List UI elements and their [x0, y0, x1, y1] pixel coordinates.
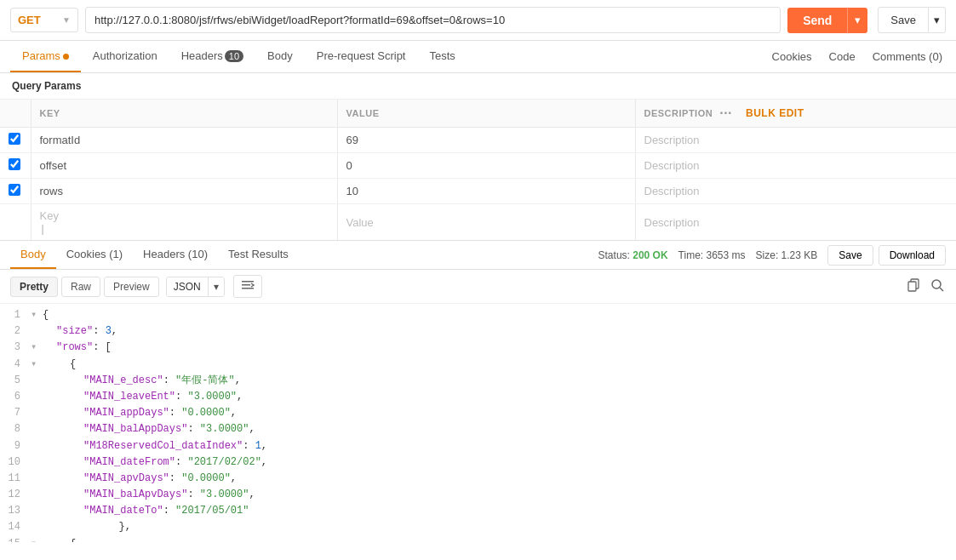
response-tab-test-results[interactable]: Test Results: [218, 241, 299, 269]
fold-arrow[interactable]: ▾: [31, 536, 43, 542]
json-line: 5 "MAIN_e_desc": "年假-简体",: [0, 373, 956, 389]
fold-arrow: [31, 323, 43, 340]
fold-arrow[interactable]: ▾: [31, 307, 43, 323]
code-link[interactable]: Code: [826, 42, 859, 71]
json-line: 11 "MAIN_apvDays": "0.0000",: [0, 471, 956, 487]
json-line: 2 "size": 3,: [0, 323, 956, 340]
param-key-0[interactable]: [40, 134, 329, 146]
copy-icon[interactable]: [905, 277, 922, 297]
json-line: 13 "MAIN_dateTo": "2017/05/01": [0, 503, 956, 519]
top-bar: GET ▼ Send ▾ Save ▾: [0, 0, 956, 41]
cookies-link[interactable]: Cookies: [769, 42, 816, 71]
response-download-button[interactable]: Download: [879, 245, 946, 266]
param-desc-1[interactable]: [644, 159, 948, 172]
param-value-2[interactable]: [346, 185, 627, 197]
param-checkbox-1[interactable]: [9, 158, 20, 170]
params-table: KEY VALUE DESCRIPTION ··· Bulk Edit |: [0, 100, 956, 240]
tab-params[interactable]: Params: [10, 41, 81, 72]
status-label: Status: 200 OK: [598, 249, 668, 261]
tab-headers[interactable]: Headers10: [169, 41, 255, 72]
new-param-desc[interactable]: [644, 216, 948, 229]
method-selector[interactable]: GET ▼: [10, 8, 78, 32]
json-line: 4▾{: [0, 357, 956, 373]
param-key-1[interactable]: [40, 159, 329, 172]
table-row: [0, 179, 956, 204]
tab-body[interactable]: Body: [255, 41, 305, 72]
json-line: 15▾{: [0, 536, 956, 542]
th-value: VALUE: [337, 100, 635, 128]
size-label: Size: 1.23 KB: [756, 249, 818, 261]
param-key-2[interactable]: [40, 185, 329, 197]
svg-line-6: [940, 288, 943, 291]
format-type-selector[interactable]: JSON ▾: [166, 277, 225, 297]
fold-arrow: [31, 503, 43, 519]
param-value-1[interactable]: [346, 159, 627, 172]
response-save-button[interactable]: Save: [827, 245, 873, 266]
json-line: 6 "MAIN_leaveEnt": "3.0000",: [0, 389, 956, 405]
save-button-group: Save ▾: [878, 7, 946, 33]
url-input[interactable]: [85, 7, 781, 33]
response-tab-cookies[interactable]: Cookies (1): [56, 241, 133, 269]
json-viewer: 1▾{2 "size": 3,3▾"rows": [4▾{5 "MAIN_e_d…: [0, 304, 956, 542]
time-label: Time: 3653 ms: [678, 249, 746, 261]
param-value-0[interactable]: [346, 134, 627, 146]
json-line: 8 "MAIN_balAppDays": "3.0000",: [0, 421, 956, 437]
toolbar-right-icons: [905, 277, 946, 297]
fold-arrow: [31, 405, 43, 421]
json-line: 9 "M18ReservedCol_dataIndex": 1,: [0, 438, 956, 454]
json-line: 3▾"rows": [: [0, 340, 956, 356]
wrap-button[interactable]: [233, 275, 262, 298]
method-arrow: ▼: [62, 15, 71, 25]
fold-arrow: [31, 454, 43, 471]
svg-rect-4: [908, 282, 916, 291]
json-line: 1▾{: [0, 307, 956, 323]
headers-badge: 10: [225, 50, 243, 62]
param-checkbox-2[interactable]: [9, 184, 20, 196]
query-params-title: Query Params: [0, 73, 956, 100]
time-value: 3653 ms: [707, 249, 746, 261]
svg-rect-0: [242, 281, 254, 283]
response-status-info: Status: 200 OK Time: 3653 ms Size: 1.23 …: [598, 249, 818, 261]
format-type-label: JSON: [167, 277, 208, 296]
more-options-icon[interactable]: ···: [719, 106, 732, 121]
save-button[interactable]: Save: [878, 7, 929, 33]
svg-rect-2: [242, 288, 254, 289]
size-value: 1.23 KB: [781, 249, 818, 261]
format-raw-button[interactable]: Raw: [61, 277, 100, 297]
tab-prerequest[interactable]: Pre-request Script: [305, 41, 418, 72]
method-label: GET: [18, 14, 41, 26]
th-description: DESCRIPTION ··· Bulk Edit: [635, 100, 956, 128]
json-line: 14 },: [0, 519, 956, 535]
send-button-group: Send ▾: [787, 8, 867, 33]
tab-tests[interactable]: Tests: [417, 41, 467, 72]
fold-arrow: [31, 471, 43, 487]
fold-arrow: [31, 438, 43, 454]
fold-arrow: [31, 519, 43, 535]
th-check: [0, 100, 31, 128]
comments-link[interactable]: Comments (0): [869, 42, 946, 71]
param-desc-2[interactable]: [644, 185, 948, 197]
response-tab-headers[interactable]: Headers (10): [133, 241, 218, 269]
format-type-arrow[interactable]: ▾: [208, 277, 224, 296]
bulk-edit-button[interactable]: Bulk Edit: [746, 107, 804, 119]
params-dot: [63, 54, 69, 60]
new-param-value[interactable]: [346, 216, 627, 229]
table-row: [0, 153, 956, 179]
param-desc-0[interactable]: [644, 134, 948, 146]
new-param-key[interactable]: [40, 209, 329, 222]
response-tab-body[interactable]: Body: [10, 241, 56, 269]
fold-arrow: [31, 421, 43, 437]
response-actions: Save Download: [827, 245, 946, 266]
fold-arrow[interactable]: ▾: [31, 357, 43, 373]
fold-arrow[interactable]: ▾: [31, 340, 43, 356]
search-icon[interactable]: [929, 277, 946, 297]
format-pretty-button[interactable]: Pretty: [10, 277, 58, 297]
save-arrow-button[interactable]: ▾: [929, 7, 946, 33]
param-checkbox-0[interactable]: [9, 133, 20, 145]
tab-authorization[interactable]: Authorization: [81, 41, 169, 72]
svg-point-5: [932, 280, 941, 289]
send-button[interactable]: Send: [787, 8, 847, 33]
send-arrow-button[interactable]: ▾: [847, 8, 867, 33]
fold-arrow: [31, 487, 43, 503]
format-preview-button[interactable]: Preview: [104, 277, 159, 297]
